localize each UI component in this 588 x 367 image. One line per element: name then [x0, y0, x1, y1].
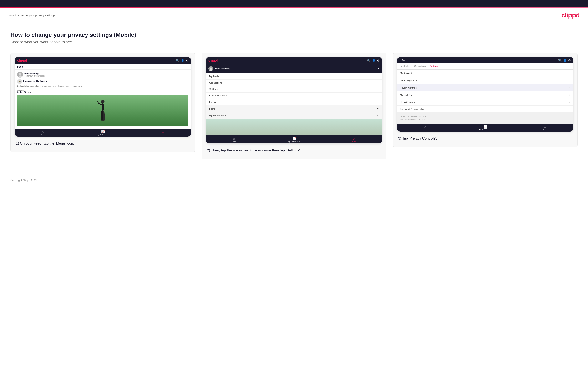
- nav-performance: 📈 My Performance: [97, 130, 109, 136]
- nav-home-2: ⌂ Home: [232, 137, 236, 143]
- search-icon-2: 🔍: [367, 59, 370, 62]
- profile-icon-2: 👤: [372, 59, 375, 62]
- menu-item-connections[interactable]: Connections: [206, 80, 382, 86]
- menu-item-settings[interactable]: Settings: [206, 86, 382, 92]
- step-card-3: < Back 🔍 👤 ⚙ My Profile Connections: [393, 53, 578, 147]
- mockup1-logo: clippd: [17, 59, 27, 62]
- performance-icon: 📈: [101, 130, 105, 133]
- setting-my-golf-bag[interactable]: My Golf Bag ›: [397, 92, 573, 99]
- nav-section-performance[interactable]: My Performance ∨: [206, 112, 382, 119]
- nav-section-home[interactable]: Home ∨: [206, 105, 382, 112]
- mockup1-bottom-nav: ⌂ Home 📈 My Performance ☰ Menu: [15, 128, 191, 137]
- chevron-up-icon: ∧: [378, 67, 380, 70]
- main-content: How to change your privacy settings (Mob…: [0, 23, 588, 168]
- back-button[interactable]: < Back: [399, 59, 407, 62]
- user-left: Blair McHarg: [208, 66, 231, 71]
- setting-privacy-controls[interactable]: Privacy Controls ›: [397, 84, 573, 92]
- svg-rect-7: [101, 111, 103, 118]
- setting-service-privacy[interactable]: Service & Privacy Policy ↗: [397, 106, 573, 112]
- nav-menu-label-2: Menu: [352, 141, 356, 143]
- tab-my-profile[interactable]: My Profile: [399, 63, 412, 69]
- external-icon-service: ↗: [569, 108, 570, 110]
- nav-home-3: ⌂ Home: [423, 125, 427, 131]
- mockup3-icons: 🔍 👤 ⚙: [558, 59, 571, 62]
- username: Blair McHarg: [24, 72, 44, 75]
- tab-connections[interactable]: Connections: [412, 63, 428, 69]
- user-location: Yesterday · Sunningdale: [24, 75, 44, 77]
- bg-golf-2: [206, 119, 382, 135]
- performance-icon-2: 📈: [292, 137, 296, 140]
- chevron-down-icon-perf: ∨: [377, 114, 379, 117]
- menu-item-profile[interactable]: My Profile: [206, 73, 382, 80]
- golfer-figure: [97, 99, 109, 124]
- step2-caption: 2) Then, tap the arrow next to your name…: [206, 148, 382, 155]
- menu-connections-label: Connections: [209, 82, 222, 84]
- nav-performance-3: 📈 My Performance: [479, 125, 491, 131]
- steps-container: clippd 🔍 👤 ⚙ Feed: [10, 53, 578, 159]
- nav-section-performance-label: My Performance: [209, 114, 226, 117]
- menu-item-logout[interactable]: Logout: [206, 99, 382, 105]
- user-info: Blair McHarg Yesterday · Sunningdale: [24, 72, 44, 77]
- mockup1-icons: 🔍 👤 ⚙: [176, 59, 189, 62]
- svg-rect-4: [102, 103, 104, 111]
- footer: Copyright Clippd 2022: [0, 174, 588, 186]
- chevron-right-privacy: ›: [570, 86, 570, 89]
- nav-performance-label: My Performance: [97, 134, 109, 136]
- nav-home-label-2: Home: [232, 141, 236, 143]
- settings-icon: ⚙: [186, 59, 189, 62]
- logo: clippd: [561, 11, 580, 19]
- duration-label: Duration: [17, 89, 189, 91]
- menu-settings-label: Settings: [209, 88, 218, 91]
- mockup-3: < Back 🔍 👤 ⚙ My Profile Connections: [397, 57, 573, 132]
- client-version: Clippd Client Version: 2022.8.3-3: [400, 115, 570, 118]
- search-icon-3: 🔍: [558, 59, 562, 62]
- mockup-1: clippd 🔍 👤 ⚙ Feed: [15, 57, 191, 137]
- svg-point-12: [210, 67, 212, 69]
- svg-point-1: [19, 73, 21, 75]
- tab-settings-label: Settings: [430, 65, 438, 67]
- home-icon: ⌂: [42, 130, 44, 133]
- menu-icon: ☰: [162, 130, 164, 133]
- settings-tabs: My Profile Connections Settings: [397, 63, 573, 70]
- copyright: Copyright Clippd 2022: [10, 179, 37, 182]
- header: How to change your privacy settings clip…: [0, 8, 588, 23]
- mockup2-icons: 🔍 👤 ⚙: [367, 59, 380, 62]
- menu-logout-label: Logout: [209, 101, 216, 103]
- version-info: Clippd Client Version: 2022.8.3-3 SQL Se…: [397, 112, 573, 124]
- mockup2-content-area: [206, 119, 382, 135]
- nav-performance-2: 📈 My Performance: [288, 137, 300, 143]
- service-privacy-label: Service & Privacy Policy: [400, 108, 425, 110]
- lesson-desc: Looking to feel like my hands are exitin…: [17, 85, 189, 88]
- step-card-1: clippd 🔍 👤 ⚙ Feed: [10, 53, 195, 152]
- chevron-right-integrations: ›: [570, 79, 570, 82]
- home-icon-2: ⌂: [233, 137, 235, 140]
- external-icon-help: ↗: [569, 101, 570, 103]
- nav-home: ⌂ Home: [41, 130, 45, 136]
- setting-help-support[interactable]: Help & Support ↗: [397, 99, 573, 106]
- mockup2-logo: clippd: [208, 59, 218, 62]
- setting-my-account[interactable]: My Account ›: [397, 70, 573, 77]
- user-expand-row[interactable]: Blair McHarg ∧: [206, 64, 382, 73]
- svg-rect-10: [103, 117, 105, 121]
- nav-menu-label-3: Menu: [543, 129, 547, 131]
- my-account-label: My Account: [400, 72, 412, 75]
- svg-point-3: [101, 100, 104, 103]
- tab-settings[interactable]: Settings: [428, 63, 440, 69]
- user-avatar-2: [208, 66, 213, 71]
- profile-icon-3: 👤: [563, 59, 567, 62]
- menu-item-help[interactable]: Help & Support: [206, 92, 382, 99]
- my-golf-bag-label: My Golf Bag: [400, 94, 413, 96]
- home-icon-3: ⌂: [424, 125, 426, 128]
- nav-menu-3: ☰ Menu: [543, 125, 547, 131]
- nav-home-label: Home: [41, 134, 45, 136]
- mockup3-bottom-nav: ⌂ Home 📈 My Performance ☰ Menu: [397, 124, 573, 132]
- menu-icon-3: ☰: [544, 125, 546, 128]
- step3-caption: 3) Tap 'Privacy Controls'.: [397, 136, 573, 143]
- page-title: How to change your privacy settings (Mob…: [10, 32, 578, 38]
- setting-data-integrations[interactable]: Data Integrations ›: [397, 77, 573, 84]
- chevron-down-icon-home: ∨: [377, 107, 379, 110]
- mockup2-bottom-nav: ⌂ Home 📈 My Performance ✕ Menu: [206, 135, 382, 143]
- settings-icon-3: ⚙: [568, 59, 571, 62]
- menu-profile-label: My Profile: [209, 75, 219, 78]
- mockup-2: clippd 🔍 👤 ⚙: [206, 57, 382, 143]
